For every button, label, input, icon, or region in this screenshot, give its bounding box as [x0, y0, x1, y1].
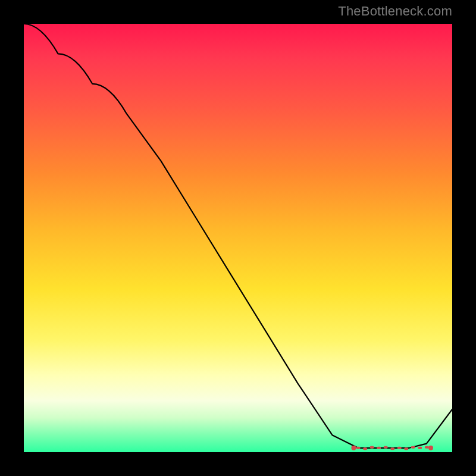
svg-rect-2: [370, 446, 374, 449]
svg-point-12: [428, 446, 433, 450]
svg-rect-0: [356, 447, 361, 449]
svg-point-11: [351, 446, 356, 450]
svg-rect-5: [390, 447, 394, 450]
svg-rect-1: [363, 447, 367, 450]
svg-rect-8: [411, 446, 415, 449]
svg-rect-10: [425, 446, 429, 449]
svg-rect-4: [384, 446, 388, 449]
svg-rect-6: [397, 447, 402, 449]
plot-area: [24, 24, 452, 452]
svg-rect-9: [418, 447, 422, 449]
chart-frame: TheBottleneck.com: [0, 0, 476, 476]
svg-rect-3: [377, 447, 381, 449]
valley-dot-cluster: [351, 446, 433, 450]
line-chart-svg: [24, 24, 452, 452]
bottleneck-curve: [24, 24, 452, 448]
watermark-text: TheBottleneck.com: [338, 4, 452, 19]
svg-rect-7: [404, 447, 408, 450]
